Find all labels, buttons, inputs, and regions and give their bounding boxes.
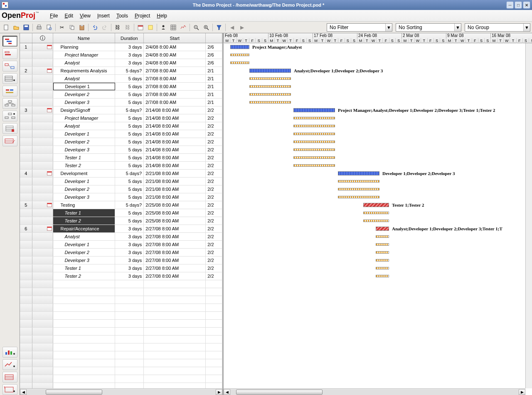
gantt-bar[interactable]: Tester 1;Tester 2: [363, 203, 389, 207]
menu-file[interactable]: File: [47, 11, 61, 20]
task-usage-icon[interactable]: [2, 136, 17, 146]
cell-start[interactable]: 2/27/08 8:00 AM: [144, 257, 206, 264]
cell-duration[interactable]: 3 days: [115, 241, 144, 248]
table-row[interactable]: [20, 304, 222, 312]
row-num[interactable]: 3: [20, 106, 32, 114]
prev-icon[interactable]: ◀: [227, 23, 236, 32]
gantt-row[interactable]: [224, 217, 532, 225]
cell-duration[interactable]: [115, 383, 144, 388]
cell-name[interactable]: Developer 3: [53, 99, 115, 106]
table-row[interactable]: Tester 15 days2/25/08 8:00 AM2/2: [20, 209, 222, 217]
unlink-icon[interactable]: ⛓: [123, 23, 132, 32]
table-row[interactable]: Developer 35 days2/7/08 8:00 AM2/1: [20, 99, 222, 106]
cell-end-clip[interactable]: 2/2: [206, 170, 222, 177]
row-num[interactable]: [20, 233, 32, 240]
cell-name[interactable]: Developer 1: [53, 130, 115, 138]
row-num[interactable]: [20, 178, 32, 185]
cell-name[interactable]: [53, 367, 115, 375]
cell-duration[interactable]: 5 days: [115, 75, 144, 82]
cell-end-clip[interactable]: 2/1: [206, 91, 222, 98]
table-row[interactable]: 2Requirements Analysis5 days?2/7/08 8:00…: [20, 67, 222, 75]
menu-project[interactable]: Project: [131, 11, 153, 20]
gantt-row[interactable]: Developer 1;Developer 2;Developer 3: [224, 170, 532, 178]
zoom-in-icon[interactable]: [202, 23, 211, 32]
row-num[interactable]: [20, 51, 32, 59]
chevron-down-icon[interactable]: ▼: [454, 24, 461, 31]
menu-tools[interactable]: Tools: [113, 11, 131, 20]
next-icon[interactable]: ▶: [237, 23, 246, 32]
cell-name[interactable]: Project Manager: [53, 51, 115, 59]
cell-duration[interactable]: [115, 288, 144, 296]
cell-start[interactable]: 2/14/08 8:00 AM: [144, 130, 206, 138]
gantt-bar[interactable]: [293, 164, 335, 167]
row-num[interactable]: [20, 257, 32, 264]
cell-name[interactable]: Developer 2: [53, 138, 115, 146]
rbs-icon[interactable]: [2, 111, 17, 121]
cell-name[interactable]: Developer 3: [53, 146, 115, 153]
sorting-combo[interactable]: No Sorting ▼: [396, 23, 461, 32]
cell-name[interactable]: [53, 312, 115, 319]
table-row[interactable]: [20, 375, 222, 383]
cell-name[interactable]: [53, 328, 115, 335]
table-row[interactable]: Analyst3 days2/4/08 8:00 AM2/6: [20, 59, 222, 67]
grid-icon[interactable]: [169, 23, 178, 32]
gantt-bar[interactable]: [338, 196, 379, 198]
gantt-bar[interactable]: [363, 212, 389, 214]
cell-name[interactable]: Project Manager: [53, 114, 115, 122]
table-row[interactable]: Developer 35 days2/14/08 8:00 AM2/2: [20, 146, 222, 154]
row-num[interactable]: 5: [20, 201, 32, 209]
cell-duration[interactable]: [115, 312, 144, 319]
cell-start[interactable]: 2/14/08 8:00 AM: [144, 114, 206, 122]
cell-name[interactable]: Analyst: [53, 122, 115, 130]
cell-duration[interactable]: 5 days: [115, 91, 144, 98]
cell-start[interactable]: 2/27/08 8:00 AM: [144, 272, 206, 280]
cell-duration[interactable]: 5 days: [115, 154, 144, 161]
gantt-bar[interactable]: [293, 117, 335, 119]
notes-icon[interactable]: [146, 23, 155, 32]
table-row[interactable]: Developer 25 days2/14/08 8:00 AM2/2: [20, 138, 222, 146]
row-num[interactable]: [20, 264, 32, 272]
cell-start[interactable]: 2/27/08 8:00 AM: [144, 225, 206, 232]
cell-end-clip[interactable]: [206, 383, 222, 388]
table-row[interactable]: Tester 13 days2/27/08 8:00 AM2/2: [20, 264, 222, 272]
row-num[interactable]: 2: [20, 67, 32, 74]
table-row[interactable]: Developer 15 days2/14/08 8:00 AM2/2: [20, 130, 222, 138]
row-num[interactable]: [20, 359, 32, 367]
row-num[interactable]: [20, 280, 32, 288]
cell-end-clip[interactable]: 2/2: [206, 272, 222, 280]
table-row[interactable]: [20, 351, 222, 359]
cell-end-clip[interactable]: 2/2: [206, 264, 222, 272]
cell-end-clip[interactable]: 2/1: [206, 83, 222, 90]
row-num[interactable]: [20, 296, 32, 304]
table-row[interactable]: Project Manager5 days2/14/08 8:00 AM2/2: [20, 114, 222, 122]
gantt-bar[interactable]: [230, 62, 249, 64]
gantt-chart[interactable]: Feb 0810 Feb 0817 Feb 0824 Feb 082 Mar 0…: [224, 33, 532, 395]
gantt-bar[interactable]: [293, 125, 335, 127]
row-num[interactable]: [20, 138, 32, 146]
table-row[interactable]: 5Testing5 days?2/25/08 8:00 AM2/2: [20, 201, 222, 209]
gantt-bar[interactable]: [376, 243, 389, 246]
gantt-row[interactable]: [224, 257, 532, 264]
cell-duration[interactable]: 5 days: [115, 138, 144, 146]
gantt-row[interactable]: [224, 193, 532, 201]
gantt-row[interactable]: [224, 185, 532, 193]
table-row[interactable]: [20, 383, 222, 388]
cell-duration[interactable]: [115, 351, 144, 359]
cell-name[interactable]: [53, 280, 115, 288]
cell-name[interactable]: Tester 2: [53, 162, 115, 169]
row-num[interactable]: [20, 59, 32, 67]
cell-duration[interactable]: [115, 343, 144, 351]
wbs-icon[interactable]: [2, 98, 17, 109]
menu-insert[interactable]: Insert: [94, 11, 113, 20]
gantt-row[interactable]: [224, 154, 532, 162]
cell-duration[interactable]: 5 days: [115, 99, 144, 106]
gantt-row[interactable]: [224, 59, 532, 67]
cell-name[interactable]: Developer 2: [53, 185, 115, 193]
cell-name[interactable]: [53, 296, 115, 304]
cell-duration[interactable]: 5 days?: [115, 201, 144, 209]
cell-end-clip[interactable]: [206, 359, 222, 367]
cell-start[interactable]: [144, 288, 206, 296]
chevron-down-icon[interactable]: ▼: [523, 24, 530, 31]
cell-start[interactable]: [144, 304, 206, 311]
zoom-out-icon[interactable]: [192, 23, 201, 32]
